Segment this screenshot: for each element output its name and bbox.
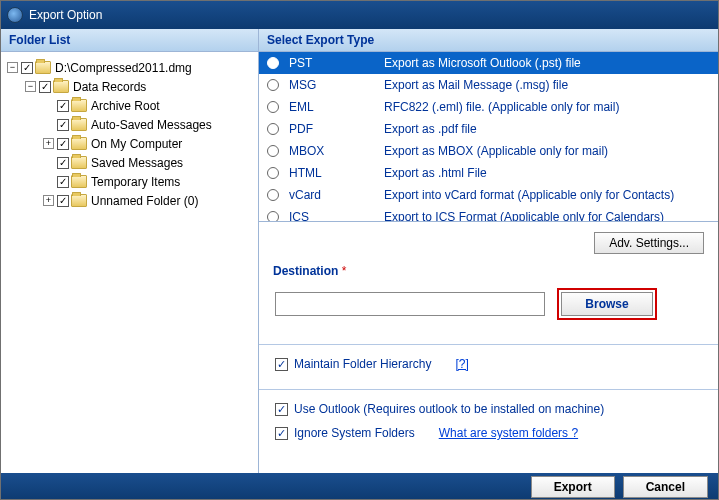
folder-icon — [71, 118, 87, 131]
folder-icon — [71, 156, 87, 169]
hierarchy-help-link[interactable]: [?] — [455, 357, 468, 371]
tree-checkbox[interactable]: ✓ — [39, 81, 51, 93]
export-desc-label: Export as MBOX (Applicable only for mail… — [384, 144, 718, 158]
tree-item-label: Data Records — [73, 80, 146, 94]
export-type-radio[interactable] — [267, 167, 279, 179]
export-type-row[interactable]: EMLRFC822 (.eml) file. (Applicable only … — [259, 96, 718, 118]
tree-checkbox[interactable]: ✓ — [57, 100, 69, 112]
export-format-label: PST — [289, 56, 384, 70]
export-type-header: Select Export Type — [259, 29, 718, 52]
tree-item-label: Archive Root — [91, 99, 160, 113]
tree-item[interactable]: ✓Auto-Saved Messages — [7, 115, 258, 134]
divider — [259, 344, 718, 345]
titlebar: Export Option — [1, 1, 718, 29]
tree-item[interactable]: +✓On My Computer — [7, 134, 258, 153]
maintain-hierarchy-label: Maintain Folder Hierarchy — [294, 357, 431, 371]
dialog-footer: Export Cancel — [1, 473, 718, 500]
export-desc-label: Export as Microsoft Outlook (.pst) file — [384, 56, 718, 70]
export-format-label: ICS — [289, 210, 384, 222]
tree-item-label: Auto-Saved Messages — [91, 118, 212, 132]
maintain-hierarchy-checkbox[interactable] — [275, 358, 288, 371]
export-desc-label: Export as .pdf file — [384, 122, 718, 136]
browse-highlight: Browse — [557, 288, 657, 320]
tree-item[interactable]: −✓Data Records — [7, 77, 258, 96]
export-type-radio[interactable] — [267, 123, 279, 135]
cancel-button[interactable]: Cancel — [623, 476, 708, 498]
export-type-row[interactable]: PSTExport as Microsoft Outlook (.pst) fi… — [259, 52, 718, 74]
tree-item-label: Temporary Items — [91, 175, 180, 189]
export-format-label: HTML — [289, 166, 384, 180]
collapse-icon[interactable]: − — [25, 81, 36, 92]
divider-2 — [259, 389, 718, 390]
export-type-row[interactable]: HTMLExport as .html File — [259, 162, 718, 184]
folder-icon — [71, 137, 87, 150]
tree-item[interactable]: +✓Unnamed Folder (0) — [7, 191, 258, 210]
expand-icon[interactable]: + — [43, 195, 54, 206]
tree-checkbox[interactable]: ✓ — [57, 195, 69, 207]
export-type-row[interactable]: MSGExport as Mail Message (.msg) file — [259, 74, 718, 96]
export-type-radio[interactable] — [267, 211, 279, 222]
export-type-radio[interactable] — [267, 101, 279, 113]
export-type-radio[interactable] — [267, 189, 279, 201]
folder-icon — [71, 175, 87, 188]
export-format-label: MBOX — [289, 144, 384, 158]
tree-checkbox[interactable]: ✓ — [57, 119, 69, 131]
tree-checkbox[interactable]: ✓ — [57, 176, 69, 188]
export-desc-label: Export as .html File — [384, 166, 718, 180]
folder-icon — [53, 80, 69, 93]
tree-checkbox[interactable]: ✓ — [57, 157, 69, 169]
use-outlook-label: Use Outlook (Requires outlook to be inst… — [294, 402, 604, 416]
export-desc-label: Export to ICS Format (Applicable only fo… — [384, 210, 718, 222]
export-desc-label: RFC822 (.eml) file. (Applicable only for… — [384, 100, 718, 114]
export-type-row[interactable]: ICSExport to ICS Format (Applicable only… — [259, 206, 718, 222]
ignore-system-label: Ignore System Folders — [294, 426, 415, 440]
export-panel: Select Export Type PSTExport as Microsof… — [259, 29, 718, 473]
browse-button[interactable]: Browse — [561, 292, 653, 316]
window-title: Export Option — [29, 8, 102, 22]
export-format-label: MSG — [289, 78, 384, 92]
required-asterisk: * — [342, 264, 347, 278]
export-format-label: PDF — [289, 122, 384, 136]
folder-icon — [71, 99, 87, 112]
tree-item[interactable]: ✓Archive Root — [7, 96, 258, 115]
collapse-icon[interactable]: − — [7, 62, 18, 73]
use-outlook-checkbox[interactable] — [275, 403, 288, 416]
export-format-label: vCard — [289, 188, 384, 202]
folder-list-panel: Folder List −✓D:\Compressed2011.dmg−✓Dat… — [1, 29, 259, 473]
tree-item[interactable]: ✓Saved Messages — [7, 153, 258, 172]
tree-checkbox[interactable]: ✓ — [57, 138, 69, 150]
folder-icon — [71, 194, 87, 207]
system-folders-help-link[interactable]: What are system folders ? — [439, 426, 578, 440]
tree-checkbox[interactable]: ✓ — [21, 62, 33, 74]
export-type-row[interactable]: MBOXExport as MBOX (Applicable only for … — [259, 140, 718, 162]
export-type-row[interactable]: vCardExport into vCard format (Applicabl… — [259, 184, 718, 206]
tree-item-label: Unnamed Folder (0) — [91, 194, 198, 208]
export-type-radio[interactable] — [267, 57, 279, 69]
tree-item-label: Saved Messages — [91, 156, 183, 170]
tree-item[interactable]: −✓D:\Compressed2011.dmg — [7, 58, 258, 77]
folder-tree[interactable]: −✓D:\Compressed2011.dmg−✓Data Records✓Ar… — [1, 52, 258, 216]
tree-item[interactable]: ✓Temporary Items — [7, 172, 258, 191]
export-desc-label: Export into vCard format (Applicable onl… — [384, 188, 718, 202]
tree-item-label: D:\Compressed2011.dmg — [55, 61, 192, 75]
export-format-label: EML — [289, 100, 384, 114]
destination-input[interactable] — [275, 292, 545, 316]
export-type-radio[interactable] — [267, 79, 279, 91]
export-button[interactable]: Export — [531, 476, 615, 498]
destination-label: Destination — [273, 264, 338, 278]
app-icon — [7, 7, 23, 23]
tree-item-label: On My Computer — [91, 137, 182, 151]
export-type-radio[interactable] — [267, 145, 279, 157]
folder-list-header: Folder List — [1, 29, 258, 52]
export-type-row[interactable]: PDFExport as .pdf file — [259, 118, 718, 140]
expand-icon[interactable]: + — [43, 138, 54, 149]
ignore-system-checkbox[interactable] — [275, 427, 288, 440]
adv-settings-button[interactable]: Adv. Settings... — [594, 232, 704, 254]
export-type-list[interactable]: PSTExport as Microsoft Outlook (.pst) fi… — [259, 52, 718, 222]
folder-icon — [35, 61, 51, 74]
export-desc-label: Export as Mail Message (.msg) file — [384, 78, 718, 92]
